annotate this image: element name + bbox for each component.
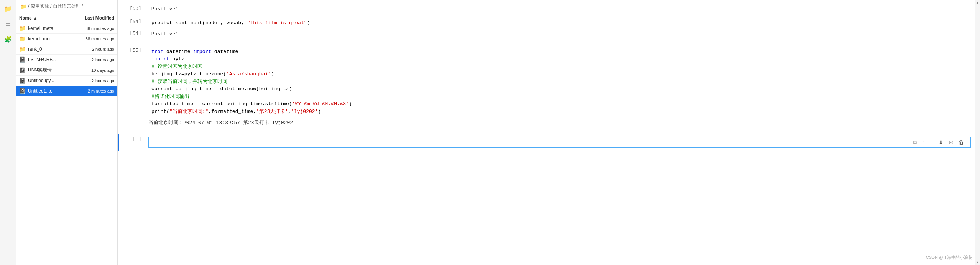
cell-53-output-body: 'Positive' xyxy=(148,5,975,16)
file-name-1: kernel_met... xyxy=(28,36,72,41)
cell-55-line-2: import pytz xyxy=(151,55,972,63)
puzzle-icon[interactable]: 🧩 xyxy=(3,34,13,45)
folder-icon: 📁 xyxy=(19,25,26,31)
notebook-icon: 📓 xyxy=(19,67,26,73)
file-modified-4: 10 days ago xyxy=(72,68,114,73)
folder-breadcrumb-icon: 📁 xyxy=(20,3,26,10)
cell-active-indicator xyxy=(118,134,119,151)
cell-toolbar: ⧉ ↑ ↓ ⬇ ✄ 🗑 xyxy=(912,139,967,146)
file-row-3[interactable]: 📓LSTM+CRF...2 hours ago xyxy=(16,55,117,65)
cell-55-output-body: 当前北京时间：2024-07-01 13:39:57 第23天打卡 lyj020… xyxy=(148,118,975,130)
scroll-down-arrow[interactable]: ▼ xyxy=(975,260,980,265)
file-name-3: LSTM+CRF... xyxy=(28,57,72,62)
file-row-0[interactable]: 📁kernel_meta38 minutes ago xyxy=(16,23,117,34)
file-name-2: rank_0 xyxy=(28,46,72,52)
save-cell-button[interactable]: ⬇ xyxy=(937,139,945,146)
cell-empty-input[interactable] xyxy=(152,139,912,145)
name-column-header[interactable]: Name ▲ xyxy=(19,15,68,21)
cell-55-line-4: beijing_tz=pytz.timezone('Asia/shanghai'… xyxy=(151,70,972,78)
right-scrollbar[interactable]: ▲ ▼ xyxy=(975,0,980,265)
file-row-2[interactable]: 📁rank_02 hours ago xyxy=(16,44,117,55)
cell-55-line-1: from datetime import datetime xyxy=(151,48,972,56)
notebook-icon: 📓 xyxy=(19,56,26,63)
cell-55-line-8: formatted_time = current_beijing_time.st… xyxy=(151,100,972,108)
cut-cell-button[interactable]: ✄ xyxy=(947,139,955,146)
cell-54-input: [54]: predict_sentiment(model, vocab, "T… xyxy=(118,17,975,29)
menu-icon[interactable]: ☰ xyxy=(3,18,13,29)
cell-55-prompt: [55]: xyxy=(118,46,148,53)
breadcrumb-text: / 应用实践 / 自然语言处理 / xyxy=(28,3,83,10)
notebook-area[interactable]: [53]: 'Positive' [54]: predict_sentiment… xyxy=(118,0,975,265)
file-list: 📁kernel_meta38 minutes ago📁kernel_met...… xyxy=(16,23,117,265)
cell-55-output: 当前北京时间：2024-07-01 13:39:57 第23天打卡 lyj020… xyxy=(118,118,975,131)
file-modified-1: 38 minutes ago xyxy=(72,36,114,41)
cell-54-code-text: predict_sentiment(model, vocab, "This fi… xyxy=(151,20,310,26)
cell-54-code[interactable]: predict_sentiment(model, vocab, "This fi… xyxy=(148,18,975,28)
cell-54-out-prompt: [54]: xyxy=(118,30,148,36)
cell-55-line-3: # 设置时区为北京时区 xyxy=(151,63,972,71)
copy-cell-button[interactable]: ⧉ xyxy=(912,139,919,146)
watermark: CSDN @IT海中的小浪花 xyxy=(926,255,972,260)
main-content: [53]: 'Positive' [54]: predict_sentiment… xyxy=(118,0,975,265)
cell-empty-prompt: [ ]: xyxy=(118,135,148,142)
cell-54-prompt: [54]: xyxy=(118,18,148,24)
folder-icon: 📁 xyxy=(19,46,26,52)
file-modified-6: 2 minutes ago xyxy=(72,89,114,93)
cell-54-output: [54]: 'Positive' xyxy=(118,29,975,42)
sort-icon: ▲ xyxy=(33,15,38,21)
file-modified-3: 2 hours ago xyxy=(72,57,114,62)
cell-55-line-6: current_beijing_time = datetime.now(beij… xyxy=(151,85,972,93)
notebook-icon: 📓 xyxy=(19,78,26,84)
file-modified-5: 2 hours ago xyxy=(72,78,114,83)
cell-55-code[interactable]: from datetime import datetime import pyt… xyxy=(148,46,975,117)
cell-55-line-5: # 获取当前时间，并转为北京时间 xyxy=(151,78,972,86)
scroll-up-arrow[interactable]: ▲ xyxy=(975,0,980,5)
sidebar: 📁 / 应用实践 / 自然语言处理 / Name ▲ Last Modified… xyxy=(16,0,118,265)
notebook-icon: 📓 xyxy=(19,88,26,94)
file-name-6: Untitled1.ip... xyxy=(28,88,72,94)
modified-column-header: Last Modified xyxy=(68,15,114,21)
cell-53-prompt: [53]: xyxy=(118,5,148,11)
name-header-label: Name xyxy=(19,15,32,21)
folder-icon: 📁 xyxy=(19,36,26,42)
cell-55-input: [55]: from datetime import datetime impo… xyxy=(118,46,975,118)
file-list-header: Name ▲ Last Modified xyxy=(16,13,117,23)
file-row-1[interactable]: 📁kernel_met...38 minutes ago xyxy=(16,34,117,44)
cell-54-output-body: 'Positive' xyxy=(148,30,975,41)
move-up-button[interactable]: ↑ xyxy=(921,139,927,146)
cell-empty: [ ]: ⧉ ↑ ↓ ⬇ ✄ 🗑 xyxy=(118,134,975,151)
folder-icon[interactable]: 📁 xyxy=(3,3,13,14)
cell-55-line-9: print("当前北京时间:",formatted_time,'第23天打卡',… xyxy=(151,108,972,116)
file-name-0: kernel_meta xyxy=(28,26,72,31)
file-row-6[interactable]: 📓Untitled1.ip...2 minutes ago xyxy=(16,86,117,96)
delete-cell-button[interactable]: 🗑 xyxy=(957,139,965,146)
cell-55-out-prompt xyxy=(118,118,148,119)
move-down-button[interactable]: ↓ xyxy=(929,139,935,146)
file-row-5[interactable]: 📓Untitled.ipy...2 hours ago xyxy=(16,76,117,86)
file-modified-0: 38 minutes ago xyxy=(72,26,114,31)
cell-53-output: [53]: 'Positive' xyxy=(118,4,975,17)
cell-empty-input-area[interactable]: ⧉ ↑ ↓ ⬇ ✄ 🗑 xyxy=(148,137,971,148)
left-iconbar: 📁 ☰ 🧩 xyxy=(0,0,16,265)
file-name-5: Untitled.ipy... xyxy=(28,78,72,83)
cell-55-line-7: #格式化时间输出 xyxy=(151,93,972,101)
file-row-4[interactable]: 📓RNN实现情...10 days ago xyxy=(16,65,117,76)
breadcrumb: 📁 / 应用实践 / 自然语言处理 / xyxy=(16,0,117,13)
file-name-4: RNN实现情... xyxy=(28,67,72,73)
file-modified-2: 2 hours ago xyxy=(72,47,114,51)
